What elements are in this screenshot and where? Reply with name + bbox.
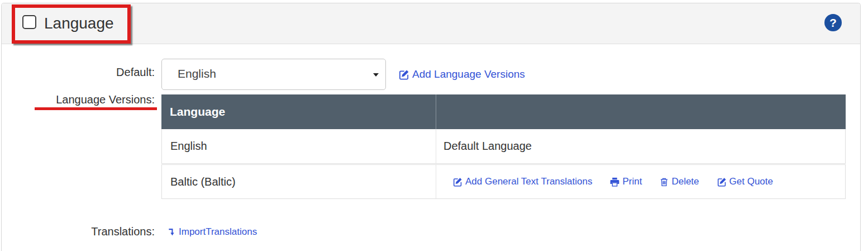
- add-general-text-translations-link[interactable]: Add General Text Translations: [453, 176, 592, 187]
- get-quote-label: Get Quote: [729, 176, 773, 187]
- print-label: Print: [622, 176, 642, 187]
- import-translations-link[interactable]: ImportTranslations: [168, 226, 257, 238]
- import-translations-label: ImportTranslations: [179, 226, 257, 238]
- default-language-select[interactable]: English: [161, 59, 386, 90]
- edit-icon: [399, 69, 409, 80]
- delete-label: Delete: [671, 176, 699, 187]
- panel-header: Language ?: [2, 3, 860, 44]
- level-down-icon: [168, 228, 176, 236]
- language-versions-table: Language English Default Language Baltic…: [161, 94, 846, 199]
- help-icon[interactable]: ?: [824, 14, 842, 31]
- print-link[interactable]: Print: [610, 176, 642, 187]
- language-cell: Baltic (Baltic): [162, 165, 436, 198]
- note-cell: Default Language: [436, 129, 845, 163]
- language-settings-panel: Language ? Default: English Add Language…: [1, 3, 861, 251]
- table-row: Baltic (Baltic) Add General Text Transla…: [161, 164, 846, 199]
- red-annotation-underline: [35, 107, 157, 110]
- language-versions-label: Language Versions:: [2, 93, 155, 106]
- language-section-checkbox[interactable]: [22, 15, 36, 29]
- page: Language ? Default: English Add Language…: [0, 0, 868, 251]
- add-language-versions-link[interactable]: Add Language Versions: [399, 68, 525, 80]
- table-header-actions: [436, 94, 846, 129]
- print-icon: [610, 177, 619, 187]
- delete-link[interactable]: Delete: [660, 176, 699, 187]
- default-label: Default:: [2, 66, 155, 79]
- edit-icon: [717, 177, 727, 187]
- panel-title: Language: [44, 15, 114, 32]
- table-header-language: Language: [161, 94, 436, 129]
- default-language-select-value: English: [178, 67, 216, 80]
- table-header-row: Language: [161, 94, 846, 129]
- edit-icon: [453, 177, 462, 187]
- add-language-versions-label: Add Language Versions: [412, 68, 525, 80]
- translations-label: Translations:: [2, 225, 155, 238]
- trash-icon: [660, 177, 669, 187]
- get-quote-link[interactable]: Get Quote: [717, 176, 773, 187]
- actions-cell: Add General Text Translations Print: [436, 165, 845, 198]
- add-general-text-translations-label: Add General Text Translations: [465, 176, 592, 187]
- table-row: English Default Language: [161, 129, 846, 164]
- chevron-down-icon: [373, 73, 379, 77]
- language-cell: English: [162, 129, 436, 163]
